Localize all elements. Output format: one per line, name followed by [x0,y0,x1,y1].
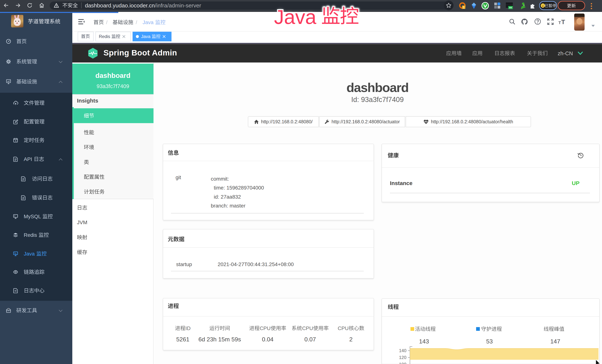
svg-text:T: T [559,20,561,24]
svg-text:T: T [561,19,565,24]
svg-text:on: on [509,6,512,9]
svg-text:1: 1 [463,6,465,9]
